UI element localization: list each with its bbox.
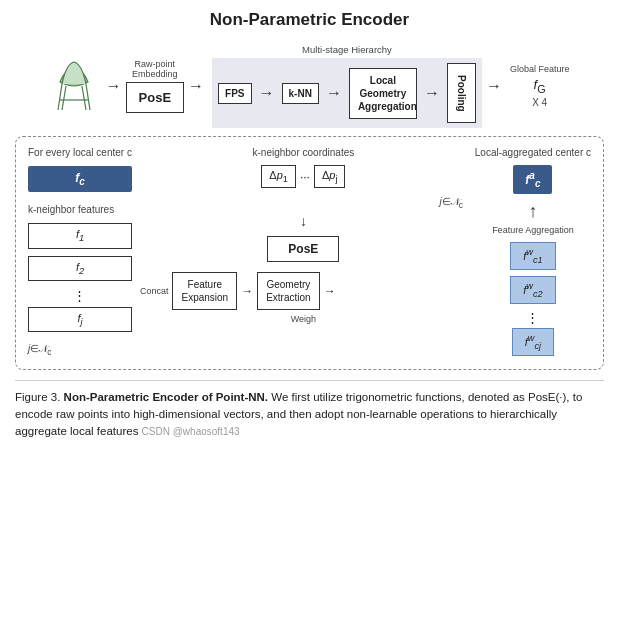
- pooling-box: Pooling: [447, 63, 476, 123]
- arrow-flow-2: →: [324, 284, 336, 298]
- dots-left: ⋮: [28, 288, 132, 303]
- chair-icon: [50, 59, 98, 114]
- feat-agg-label: Feature Aggregation: [492, 225, 574, 235]
- pose-mid-box: PosE: [267, 236, 339, 262]
- arrow-inner-1: →: [259, 84, 275, 102]
- right-column: Local-aggregated center c fac ↑ Feature …: [475, 147, 591, 359]
- arrow-inner-3: →: [424, 84, 440, 102]
- pose-box: PosE: [126, 82, 185, 113]
- multistage-label: Multi-stage Hierarchy: [302, 44, 392, 55]
- fc-box: fc: [28, 166, 132, 192]
- svg-line-0: [58, 84, 62, 110]
- svg-line-3: [82, 86, 86, 110]
- local-geo-box: Local Geometry Aggregation: [349, 68, 417, 119]
- arrow-2: →: [188, 77, 204, 95]
- arrow-3: →: [486, 77, 502, 95]
- figure-caption: Figure 3. Non-Parametric Encoder of Poin…: [15, 380, 604, 441]
- jNc-left-label: j∈𝒩c: [28, 343, 132, 357]
- fcjw-box: fwcj: [512, 328, 554, 356]
- fj-box: fj: [28, 307, 132, 332]
- page-title: Non-Parametric Encoder: [15, 10, 604, 30]
- svg-line-1: [86, 84, 90, 110]
- delta-p1-box: Δp1: [261, 165, 296, 188]
- concat-label: Concat: [140, 286, 169, 296]
- svg-line-2: [62, 86, 66, 110]
- weigh-label: Weigh: [291, 314, 316, 324]
- delta-row: Δp1 ··· Δpj: [261, 165, 345, 188]
- fc-a-box: fac: [513, 165, 552, 194]
- f1-box: f1: [28, 223, 132, 248]
- multistage-section: Multi-stage Hierarchy FPS → k-NN → Local…: [212, 44, 482, 128]
- kneighbor-features-label: k-neighbor features: [28, 204, 132, 215]
- fg-text: fG: [534, 77, 546, 95]
- figure-label: Figure 3.: [15, 391, 60, 403]
- detail-box: For every local center c fc k-neighbor f…: [15, 136, 604, 370]
- arrow-up-right: ↑: [528, 201, 537, 222]
- feature-expansion-box: FeatureExpansion: [172, 272, 237, 310]
- f2-box: f2: [28, 256, 132, 281]
- delta-pj-box: Δpj: [314, 165, 346, 188]
- pose-section: Raw-pointEmbedding PosE: [126, 59, 185, 113]
- raw-point-label: Raw-pointEmbedding: [132, 59, 178, 79]
- x4-label: X 4: [532, 97, 547, 108]
- flow-boxes: FeatureExpansion → GeometryExtraction →: [172, 272, 466, 310]
- knn-box: k-NN: [282, 83, 319, 104]
- local-agg-label: Local-aggregated center c: [475, 147, 591, 158]
- global-label: Global Feature: [510, 64, 570, 74]
- fps-box: FPS: [218, 83, 251, 104]
- caption-bold: Non-Parametric Encoder of Point-NN.: [64, 391, 268, 403]
- flow-section: Concat FeatureExpansion → GeometryExtrac…: [140, 272, 467, 310]
- center-c-label: For every local center c: [28, 147, 132, 158]
- left-column: For every local center c fc k-neighbor f…: [28, 147, 132, 357]
- fc1w-box: fwc1: [510, 242, 555, 270]
- global-feature-section: Global Feature fG X 4: [510, 64, 570, 108]
- arrow-1: →: [106, 77, 122, 95]
- jNc-mid-label: j∈𝒩c: [140, 196, 467, 210]
- dots-right: ⋮: [526, 310, 539, 325]
- arrow-down-mid: ↓: [300, 214, 307, 230]
- kneighbor-coords-label: k-neighbor coordinates: [253, 147, 355, 158]
- dots-mid: ···: [300, 170, 310, 184]
- fc2w-box: fwc2: [510, 276, 555, 304]
- pipeline-diagram: → Raw-pointEmbedding PosE → Multi-stage …: [15, 44, 604, 128]
- geometry-extraction-box: GeometryExtraction: [257, 272, 319, 310]
- middle-column: k-neighbor coordinates Δp1 ··· Δpj j∈𝒩c …: [140, 147, 467, 324]
- watermark: CSDN @whaosoft143: [142, 426, 240, 437]
- arrow-inner-2: →: [326, 84, 342, 102]
- arrow-flow-1: →: [241, 284, 253, 298]
